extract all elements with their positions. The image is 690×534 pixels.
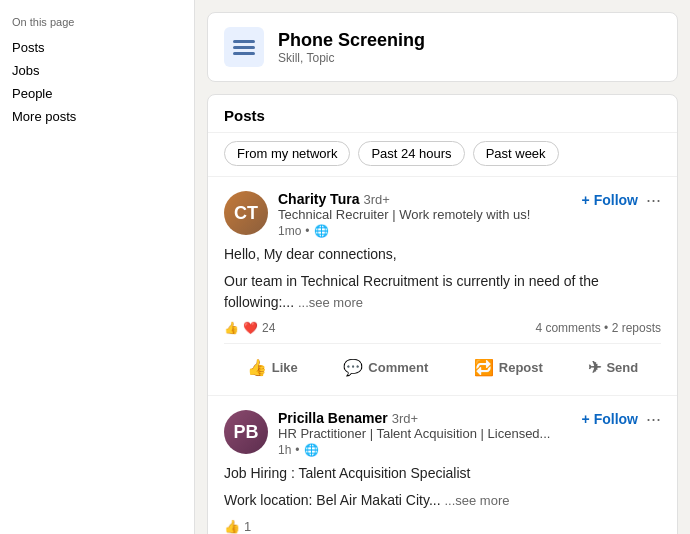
post-2-reaction-count: 1	[244, 519, 251, 534]
repost-label: Repost	[499, 360, 543, 375]
post-1-header: CT Charity Tura 3rd+ Technical Recruiter…	[224, 191, 661, 238]
post-1-author-degree: 3rd+	[363, 192, 389, 207]
post-1-more-button[interactable]: ···	[646, 191, 661, 209]
post-1-repost-button[interactable]: 🔁 Repost	[466, 354, 551, 381]
sidebar-item-posts[interactable]: Posts	[12, 36, 182, 59]
sidebar-item-jobs[interactable]: Jobs	[12, 59, 182, 82]
post-1-body-line1: Hello, My dear connections,	[224, 244, 661, 265]
post-2-body-line2: Work location: Bel Air Makati City... ..…	[224, 490, 661, 511]
like-icon: 👍	[247, 358, 267, 377]
post-1-send-button[interactable]: ✈ Send	[580, 354, 646, 381]
post-1-body-line2: Our team in Technical Recruitment is cur…	[224, 271, 661, 313]
post-1-meta: 1mo • 🌐	[278, 224, 530, 238]
like-label: Like	[272, 360, 298, 375]
post-2-author-degree: 3rd+	[392, 411, 418, 426]
post-2-more-button[interactable]: ···	[646, 410, 661, 428]
post-1-reaction-icons: 👍 ❤️ 24	[224, 321, 275, 335]
filter-past-24[interactable]: Past 24 hours	[358, 141, 464, 166]
post-1-see-more[interactable]: ...see more	[298, 295, 363, 310]
post-2-separator: •	[295, 443, 299, 457]
post-1-time: 1mo	[278, 224, 301, 238]
topic-card: Phone Screening Skill, Topic	[207, 12, 678, 82]
post-1-body: Hello, My dear connections, Our team in …	[224, 244, 661, 313]
topic-icon-container	[224, 27, 264, 67]
post-card-2: PB Pricilla Benamer 3rd+ HR Practitioner…	[208, 396, 677, 534]
main-content: Phone Screening Skill, Topic Posts From …	[195, 0, 690, 534]
sidebar-item-more-posts[interactable]: More posts	[12, 105, 182, 128]
post-1-separator: •	[305, 224, 309, 238]
post-1-actions-right: + Follow ···	[582, 191, 661, 209]
repost-icon: 🔁	[474, 358, 494, 377]
post-2-meta: 1h • 🌐	[278, 443, 550, 457]
comment-icon: 💬	[343, 358, 363, 377]
filter-bar: From my network Past 24 hours Past week	[208, 133, 677, 177]
post-1-action-bar: 👍 Like 💬 Comment 🔁 Repost ✈ Send	[224, 352, 661, 381]
post-2-header: PB Pricilla Benamer 3rd+ HR Practitioner…	[224, 410, 661, 457]
posts-section-header: Posts	[208, 95, 677, 133]
post-2-author-info: PB Pricilla Benamer 3rd+ HR Practitioner…	[224, 410, 550, 457]
post-1-author-info: CT Charity Tura 3rd+ Technical Recruiter…	[224, 191, 530, 238]
post-2-reactions: 👍 1	[224, 519, 661, 534]
post-1-comment-repost: 4 comments • 2 reposts	[535, 321, 661, 335]
send-label: Send	[606, 360, 638, 375]
post-2-actions-right: + Follow ···	[582, 410, 661, 428]
post-1-author-details: Charity Tura 3rd+ Technical Recruiter | …	[278, 191, 530, 238]
post-card-1: CT Charity Tura 3rd+ Technical Recruiter…	[208, 177, 677, 396]
post-2-visibility-icon: 🌐	[304, 443, 319, 457]
send-icon: ✈	[588, 358, 601, 377]
on-this-page-label: On this page	[12, 16, 182, 28]
topic-info: Phone Screening Skill, Topic	[278, 30, 425, 65]
post-1-author-title: Technical Recruiter | Work remotely with…	[278, 207, 530, 222]
post-1-follow-button[interactable]: + Follow	[582, 192, 638, 208]
filter-past-week[interactable]: Past week	[473, 141, 559, 166]
topic-title: Phone Screening	[278, 30, 425, 51]
post-2-avatar: PB	[224, 410, 268, 454]
post-1-reaction-like-icon: 👍	[224, 321, 239, 335]
post-2-author-title: HR Practitioner | Talent Acquisition | L…	[278, 426, 550, 441]
post-2-author-details: Pricilla Benamer 3rd+ HR Practitioner | …	[278, 410, 550, 457]
post-2-author-name[interactable]: Pricilla Benamer	[278, 410, 388, 426]
post-1-avatar: CT	[224, 191, 268, 235]
comment-label: Comment	[368, 360, 428, 375]
post-1-reaction-count: 24	[262, 321, 275, 335]
posts-section: Posts From my network Past 24 hours Past…	[207, 94, 678, 534]
post-2-body: Job Hiring : Talent Acquisition Speciali…	[224, 463, 661, 511]
post-2-like-icon: 👍	[224, 519, 240, 534]
post-1-visibility-icon: 🌐	[314, 224, 329, 238]
post-1-author-name[interactable]: Charity Tura	[278, 191, 359, 207]
post-1-reactions: 👍 ❤️ 24 4 comments • 2 reposts	[224, 321, 661, 344]
sidebar-item-people[interactable]: People	[12, 82, 182, 105]
post-2-see-more[interactable]: ...see more	[444, 493, 509, 508]
topic-subtitle: Skill, Topic	[278, 51, 425, 65]
post-2-body-line1: Job Hiring : Talent Acquisition Speciali…	[224, 463, 661, 484]
post-2-follow-button[interactable]: + Follow	[582, 411, 638, 427]
post-1-like-button[interactable]: 👍 Like	[239, 354, 306, 381]
post-1-comment-button[interactable]: 💬 Comment	[335, 354, 436, 381]
sidebar: On this page Posts Jobs People More post…	[0, 0, 195, 534]
filter-from-network[interactable]: From my network	[224, 141, 350, 166]
post-1-reaction-heart-icon: ❤️	[243, 321, 258, 335]
post-2-time: 1h	[278, 443, 291, 457]
